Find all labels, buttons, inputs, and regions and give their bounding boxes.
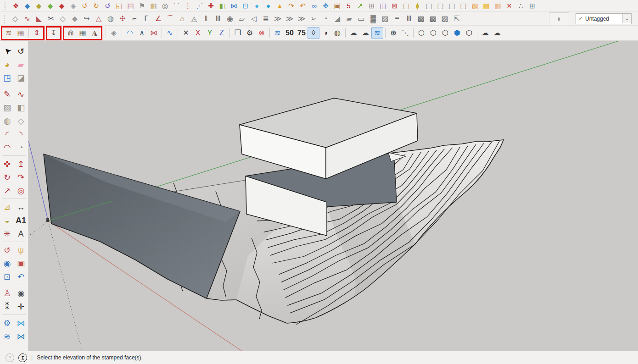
plane-flat-icon[interactable]: ▰ <box>343 13 355 24</box>
position-camera-tool-icon[interactable]: ♙ <box>1 287 14 300</box>
diamond-olive-icon[interactable]: ◆ <box>33 0 45 11</box>
protractor-tool-icon[interactable]: ◒ <box>1 214 14 227</box>
layers-opacity-icon[interactable]: ≋ <box>272 27 284 39</box>
cloud-download-icon[interactable]: ☁ <box>359 27 371 39</box>
chevron-down-icon[interactable]: ⌄ <box>622 14 631 23</box>
grid-orange-2-icon[interactable]: ▦ <box>492 0 504 11</box>
terrain-blob-icon[interactable]: ◔ <box>319 13 331 24</box>
eraser-tool-icon[interactable]: ▰ <box>15 58 28 71</box>
bezier-n-curve-icon[interactable]: ∿ <box>164 27 176 39</box>
cancel-circle-icon[interactable]: ⊗ <box>256 27 268 39</box>
add-point-icon[interactable]: ⊕ <box>387 27 399 39</box>
tag-tool-icon[interactable]: ◪ <box>15 71 28 84</box>
drop-green-icon[interactable]: ● <box>251 0 263 11</box>
level-dots-icon[interactable]: ⊡ <box>240 0 251 11</box>
red-nodes-icon[interactable]: ⋮ <box>182 0 194 11</box>
sandbox-extra-icon[interactable]: ◈ <box>108 27 120 39</box>
sandbox-flip-edge-icon[interactable]: ◮ <box>89 27 101 39</box>
polygon-dashed-icon[interactable]: ◇ <box>57 13 69 24</box>
green-grader-icon[interactable]: ◧ <box>217 0 228 11</box>
ext-flip-gear-icon[interactable]: ⋈ <box>15 330 28 343</box>
offset-tool-icon[interactable]: ◎ <box>15 184 28 197</box>
open-folder-icon[interactable]: ❐ <box>232 27 244 39</box>
diamond-red-icon[interactable]: ◆ <box>56 0 67 11</box>
diamond-green-icon[interactable]: ◆ <box>45 0 56 11</box>
diamond-grid-icon[interactable]: ◈ <box>67 0 79 11</box>
toolbar-grip[interactable] <box>5 2 8 10</box>
hex-globe-icon[interactable]: ⬢ <box>451 27 463 39</box>
curl-icon[interactable]: ↪ <box>81 13 93 24</box>
hatch-cube-b-icon[interactable]: ▩ <box>427 13 439 24</box>
wire-sphere-icon[interactable]: ◍ <box>105 13 117 24</box>
rotate-tool-icon[interactable]: ↻ <box>1 171 14 184</box>
rotated-rectangle-tool-icon[interactable]: ◧ <box>15 101 28 114</box>
freehand-tool-icon[interactable]: ∿ <box>15 88 28 101</box>
box-red-edge-icon[interactable]: ⌂ <box>176 13 188 24</box>
rectangle-tool-icon[interactable]: ▧ <box>1 101 14 114</box>
dotted-guide-icon[interactable]: ⋱ <box>399 27 411 39</box>
lock-x-axis-icon[interactable]: X <box>192 27 204 39</box>
hatch-cube-c-icon[interactable]: ▨ <box>439 13 451 24</box>
zoom-extents-tool-icon[interactable]: ⊡ <box>1 270 14 283</box>
two-point-arc-tool-icon[interactable]: ◝ <box>15 127 28 141</box>
sandbox-smoove-icon[interactable]: ⇕ <box>31 27 43 39</box>
cloud-remove-icon[interactable]: ☁ <box>347 27 359 39</box>
polygon-tool-icon[interactable]: ◇ <box>15 114 28 127</box>
cone-orange-icon[interactable]: ▲ <box>274 0 285 11</box>
cube-wire-4-icon[interactable]: ▢ <box>458 0 469 11</box>
stack-flat-icon[interactable]: ≡ <box>391 13 403 24</box>
purple-swirl-icon[interactable]: ↺ <box>102 0 113 11</box>
sandbox-stamp-icon[interactable]: ↧ <box>48 27 60 39</box>
chain-blue-icon[interactable]: ∞ <box>308 0 320 11</box>
weave-icon[interactable]: ▓ <box>367 13 379 24</box>
slope-hatch-c-icon[interactable]: ≫ <box>296 13 308 24</box>
hex-select-icon[interactable]: ⬡ <box>463 27 475 39</box>
make-component-tool-icon[interactable]: ◳ <box>1 71 14 84</box>
hex-disable-icon[interactable]: ⬡ <box>427 27 439 39</box>
columns-narrow-icon[interactable]: ‖ <box>200 13 212 24</box>
settings-gear-icon[interactable]: ⚙ <box>244 27 256 39</box>
circle-tool-icon[interactable]: ◍ <box>1 114 14 127</box>
zoom-tool-icon[interactable]: ◉ <box>1 257 14 270</box>
walk-tool-icon[interactable]: ⁑ <box>1 300 14 313</box>
curve-chevron-icon[interactable]: ∧ <box>136 27 148 39</box>
arc-red-icon[interactable]: ⌒ <box>164 13 176 24</box>
lock-y-axis-icon[interactable]: Y <box>204 27 216 39</box>
bezier-curve-icon[interactable]: ∿ <box>21 13 33 24</box>
cube-purple-icon[interactable]: ◫ <box>377 0 389 11</box>
ramp-dark-icon[interactable]: ◢ <box>331 13 343 24</box>
corner-line-icon[interactable]: ⌐ <box>129 13 140 24</box>
drop-half-icon[interactable]: ◑ <box>319 27 331 39</box>
hex-cloud-icon[interactable]: ⬡ <box>439 27 451 39</box>
arc-tool-icon[interactable]: ◜ <box>1 127 14 141</box>
dimension-tool-icon[interactable]: ↔ <box>15 200 28 214</box>
viewport-3d[interactable] <box>28 41 638 351</box>
surface-fan-icon[interactable]: ◗ <box>553 13 565 24</box>
red-plus-icon[interactable]: ✚ <box>205 0 217 11</box>
cloud-sync-icon[interactable]: ☁ <box>491 27 503 39</box>
parallelogram-icon[interactable]: ▱ <box>236 13 248 24</box>
sandbox-add-detail-icon[interactable]: ▦ <box>77 27 89 39</box>
lasso-tool-icon[interactable]: ↺ <box>15 44 28 58</box>
markers-red-icon[interactable]: ✕ <box>504 0 515 11</box>
layers-pick-icon[interactable]: ≋ <box>371 27 383 39</box>
cube-copy-icon[interactable]: ⊞ <box>366 0 377 11</box>
axes-tool-icon[interactable]: ✳ <box>1 227 14 240</box>
flag-icon[interactable]: ⚑ <box>136 0 148 11</box>
curve-arc-blue-icon[interactable]: ◠ <box>124 27 136 39</box>
orange-window-icon[interactable]: ◱ <box>113 0 125 11</box>
angle-red-icon[interactable]: ∠ <box>152 13 164 24</box>
corner-angle-icon[interactable]: Γ <box>140 13 152 24</box>
toolbar-grip[interactable] <box>4 15 7 23</box>
poly-red-node-icon[interactable]: ◇ <box>9 13 21 24</box>
orange-swirl-icon[interactable]: ↺ <box>79 0 90 11</box>
cubes-yellow-icon[interactable]: ⧫ <box>412 0 423 11</box>
previous-view-tool-icon[interactable]: ↶ <box>15 270 28 283</box>
frame-icon[interactable]: ▭ <box>355 13 367 24</box>
ext-hex-gear-icon[interactable]: ⚙ <box>1 316 14 330</box>
push-pull-tool-icon[interactable]: ↥ <box>15 157 28 171</box>
orange-swirl-cube-icon[interactable]: ↻ <box>90 0 102 11</box>
red-five-icon[interactable]: 5 <box>343 0 354 11</box>
sandbox-from-scratch-icon[interactable]: ▦ <box>15 27 27 39</box>
binoculars-icon[interactable]: ◎ <box>159 0 171 11</box>
